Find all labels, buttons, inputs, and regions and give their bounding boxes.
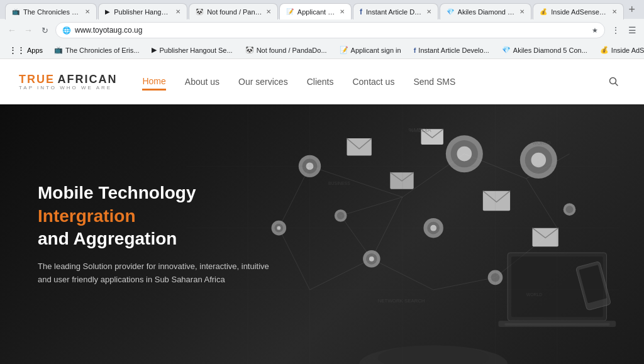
- back-button[interactable]: ←: [5, 23, 19, 37]
- address-bar[interactable]: 🌐 www.toyotaug.co.ug ★: [55, 22, 605, 38]
- hero-title-part1: Mobile Technology: [38, 183, 196, 202]
- hero-content: Mobile Technology Intergration and Aggre…: [0, 182, 314, 287]
- bookmark-chronicles[interactable]: 📺 The Chronicles of Eris...: [49, 45, 144, 55]
- search-icon: [609, 77, 619, 87]
- tab-favicon: 💰: [540, 8, 547, 15]
- site-navigation: Home About us Our services Clients Conta…: [142, 74, 602, 91]
- apps-grid-icon: ⋮⋮: [9, 45, 25, 55]
- tab-instant[interactable]: f Instant Article Develo... ✕: [353, 3, 438, 19]
- logo-tagline: TAP INTO WHO WE ARE: [19, 85, 117, 91]
- svg-point-22: [457, 146, 472, 162]
- svg-point-30: [369, 256, 374, 262]
- browser-actions: ⋮ ☰: [609, 23, 639, 37]
- bookmark-favicon: 💰: [600, 46, 609, 54]
- bookmark-favicon: 📝: [340, 46, 348, 54]
- bookmark-akiles[interactable]: 💎 Akiles Diamond 5 Con...: [497, 45, 592, 55]
- tab-favicon: 💎: [447, 8, 454, 15]
- svg-point-40: [566, 206, 574, 213]
- search-button[interactable]: [602, 70, 625, 93]
- tab-favicon: 📝: [286, 8, 294, 15]
- bookmark-label: Publisher Hangout Se...: [159, 47, 232, 54]
- nav-sms[interactable]: Send SMS: [413, 74, 455, 89]
- url-text: www.toyotaug.co.ug: [75, 26, 588, 35]
- bookmark-applicant[interactable]: 📝 Applicant sign in: [335, 45, 406, 55]
- tab-close-icon[interactable]: ✕: [612, 8, 617, 15]
- bookmark-label: Instant Article Develo...: [418, 47, 489, 54]
- nav-about[interactable]: About us: [185, 74, 219, 89]
- new-tab-button[interactable]: +: [625, 3, 640, 16]
- extensions-button[interactable]: ⋮: [609, 23, 623, 37]
- bookmark-label: Not found / PandaDo...: [257, 47, 327, 54]
- site-navbar: TRUE AFRICAN TAP INTO WHO WE ARE Home Ab…: [0, 59, 644, 104]
- website-content: TRUE AFRICAN TAP INTO WHO WE ARE Home Ab…: [0, 59, 644, 364]
- tab-title: Inside AdSense: Prog...: [551, 8, 608, 16]
- bookmarks-bar: ⋮⋮ Apps 📺 The Chronicles of Eris... ▶ Pu…: [0, 41, 644, 59]
- browser-toolbar: ← → ↻ 🌐 www.toyotaug.co.ug ★ ⋮ ☰: [0, 19, 644, 41]
- tab-close-icon[interactable]: ✕: [266, 8, 271, 15]
- svg-point-38: [531, 153, 547, 168]
- logo-african: AFRICAN: [57, 73, 117, 85]
- bookmark-label: Akiles Diamond 5 Con...: [513, 47, 587, 54]
- bookmark-favicon: 💎: [502, 46, 511, 54]
- tab-title: Publisher Hangout Se...: [114, 8, 172, 16]
- bookmark-label: Applicant sign in: [351, 47, 401, 54]
- svg-line-1: [616, 84, 618, 86]
- tab-publisher[interactable]: ▶ Publisher Hangout Se... ✕: [98, 3, 187, 19]
- bookmark-publisher[interactable]: ▶ Publisher Hangout Se...: [147, 45, 237, 55]
- tab-title-applicant: Applicant sign in: [297, 8, 336, 16]
- navigation-buttons: ← → ↻: [5, 23, 52, 37]
- tab-favicon: 📺: [12, 8, 19, 15]
- bookmark-instant[interactable]: f Instant Article Develo...: [409, 45, 494, 55]
- bookmark-favicon: 📺: [54, 46, 63, 54]
- bookmark-favicon: 🐼: [245, 46, 254, 54]
- tab-applicant[interactable]: 📝 Applicant sign in ✕: [279, 3, 352, 19]
- hero-subtitle: The leading Solution provider for innova…: [38, 260, 277, 287]
- tab-panda[interactable]: 🐼 Not found / PandaDo... ✕: [189, 3, 278, 19]
- nav-services[interactable]: Our services: [238, 74, 288, 89]
- tab-chronicles[interactable]: 📺 The Chronicles of Eris... ✕: [5, 3, 97, 19]
- logo-text: TRUE AFRICAN: [19, 73, 117, 86]
- tab-favicon: 🐼: [196, 8, 203, 15]
- tab-close-icon[interactable]: ✕: [85, 8, 90, 15]
- tab-close-icon[interactable]: ✕: [175, 8, 180, 15]
- hero-title: Mobile Technology Intergration and Aggre…: [38, 182, 277, 250]
- svg-text:WORLD: WORLD: [533, 140, 552, 146]
- tab-close-icon[interactable]: ✕: [426, 8, 431, 15]
- bookmark-panda[interactable]: 🐼 Not found / PandaDo...: [240, 45, 332, 55]
- nav-contact[interactable]: Contact us: [352, 74, 394, 89]
- svg-text:%MEDIA: %MEDIA: [409, 127, 431, 133]
- nav-home[interactable]: Home: [142, 74, 165, 91]
- tab-title: Akiles Diamond 5 Con...: [458, 8, 516, 16]
- svg-text:WORLD: WORLD: [526, 292, 543, 297]
- bookmark-favicon: ▶: [152, 46, 157, 54]
- tab-title: The Chronicles of Eris...: [23, 8, 81, 16]
- tab-favicon: ▶: [105, 8, 110, 15]
- tab-favicon: f: [360, 8, 362, 16]
- tab-adsense[interactable]: 💰 Inside AdSense: Prog... ✕: [533, 3, 623, 19]
- tab-title: Instant Article Develo...: [366, 8, 423, 16]
- star-icon[interactable]: ★: [592, 26, 598, 35]
- svg-text:NETWORK SEARCH: NETWORK SEARCH: [378, 298, 425, 304]
- bookmark-label: Inside AdSense: Prog...: [611, 47, 644, 54]
- lock-icon: 🌐: [62, 26, 71, 35]
- browser-tabs-bar: 📺 The Chronicles of Eris... ✕ ▶ Publishe…: [0, 0, 644, 19]
- menu-button[interactable]: ☰: [625, 23, 639, 37]
- hero-section: %MEDIA WORLD BUSINESS NETWORK SEARCH WOR…: [0, 104, 644, 364]
- bookmark-favicon: f: [414, 47, 416, 54]
- tab-akiles[interactable]: 💎 Akiles Diamond 5 Con... ✕: [440, 3, 532, 19]
- hero-title-part2: and Aggregation: [38, 229, 177, 248]
- site-logo: TRUE AFRICAN TAP INTO WHO WE ARE: [19, 73, 117, 91]
- tab-title: Not found / PandaDo...: [207, 8, 262, 16]
- svg-point-27: [337, 212, 345, 219]
- apps-label: Apps: [27, 47, 43, 54]
- logo-true: TRUE: [19, 73, 55, 85]
- apps-button[interactable]: ⋮⋮ Apps: [5, 44, 47, 56]
- bookmark-adsense[interactable]: 💰 Inside AdSense: Prog...: [595, 45, 644, 55]
- bookmark-label: The Chronicles of Eris...: [65, 47, 139, 54]
- forward-button[interactable]: →: [21, 23, 35, 37]
- svg-text:BUSINESS: BUSINESS: [328, 181, 350, 185]
- tab-close-icon[interactable]: ✕: [519, 8, 525, 15]
- refresh-button[interactable]: ↻: [38, 23, 52, 37]
- tab-close-icon[interactable]: ✕: [340, 8, 345, 15]
- nav-clients[interactable]: Clients: [307, 74, 334, 89]
